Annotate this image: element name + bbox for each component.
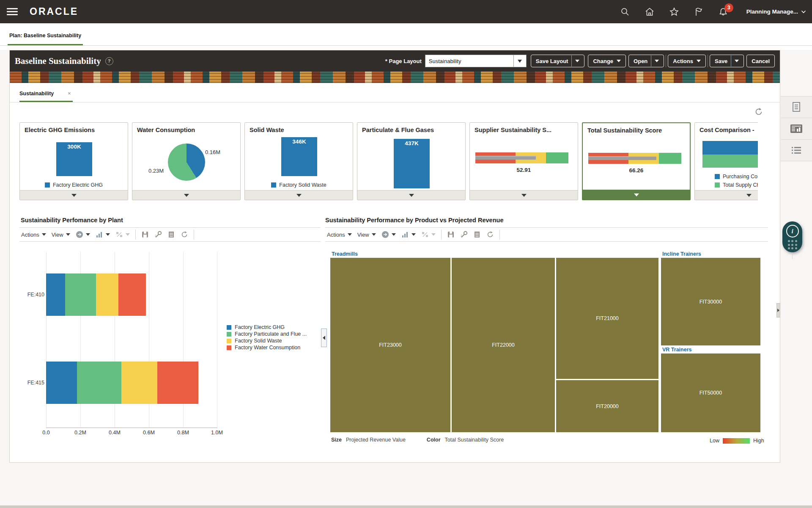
home-icon[interactable] <box>645 7 655 17</box>
go-button[interactable] <box>76 231 90 238</box>
tile-expand-button[interactable] <box>357 190 465 200</box>
tab-close-icon[interactable]: × <box>68 90 71 97</box>
tile-cost-comparison[interactable]: Cost Comparison - 423 Purchasing Cos Tot… <box>694 122 758 200</box>
open-button[interactable]: Open <box>628 55 664 67</box>
save-icon[interactable] <box>141 231 149 238</box>
tile-water-consumption[interactable]: Water Consumption 0.16M 0.23M <box>132 122 241 200</box>
tab-sustainability[interactable]: Sustainability <box>19 91 54 97</box>
favorites-star-icon[interactable] <box>669 7 679 17</box>
tile-particulate-flue-gases[interactable]: Particulate & Flue Gases 437K <box>357 122 466 200</box>
actions-button[interactable]: Actions <box>668 55 706 67</box>
table-view-icon[interactable] <box>473 231 481 238</box>
bar-segment-factory-solid-waste[interactable] <box>96 273 118 316</box>
tile-electric-ghg-emissions[interactable]: Electric GHG Emissions 300K Factory Elec… <box>19 122 128 200</box>
treemap-node-fit20000[interactable]: FIT20000 <box>556 380 658 432</box>
drag-handle-dots[interactable] <box>788 240 797 249</box>
x-tick: 0.6M <box>136 430 162 436</box>
save-icon[interactable] <box>447 231 455 238</box>
refresh-icon[interactable] <box>181 231 188 238</box>
treemap-color-scale: Low High <box>710 438 764 444</box>
refresh-icon[interactable] <box>486 231 494 238</box>
legend-swatch <box>715 174 720 179</box>
bar-segment-factory-water-consumption[interactable] <box>118 273 146 316</box>
treemap-group-vr-trainers[interactable]: VR Trainers <box>661 347 760 353</box>
treemap-node-fit21000[interactable]: FIT21000 <box>556 258 658 379</box>
actions-menu[interactable]: Actions <box>327 232 352 238</box>
page-layout-dropdown-button[interactable] <box>513 55 526 67</box>
flag-watchlist-icon[interactable] <box>694 7 704 17</box>
treemap-node-fit30000[interactable]: FIT30000 <box>661 258 760 345</box>
bar-segment-factory-particulate-and-flue-gases[interactable] <box>77 362 121 404</box>
view-menu[interactable]: View <box>52 232 70 238</box>
legend-swatch <box>271 182 276 188</box>
bar-segment-factory-electric-ghg[interactable] <box>46 362 77 404</box>
chart-layout-button[interactable] <box>401 231 416 238</box>
tile-collapse-button[interactable] <box>583 190 690 199</box>
legend-label: Factory Solid Waste <box>279 182 326 188</box>
legend-item: Factory Water Consumption <box>227 344 307 351</box>
view-menu[interactable]: View <box>357 232 376 238</box>
notifications-bell-icon[interactable]: 3 <box>718 7 728 17</box>
pie-label: 0.16M <box>205 149 220 155</box>
bar-electric-ghg[interactable]: 300K <box>56 142 92 176</box>
x-tick: 0.2M <box>68 430 93 436</box>
tile-expand-button[interactable] <box>470 190 578 200</box>
bar-segment-factory-water-consumption[interactable] <box>157 362 198 404</box>
collapse-panel-handle[interactable] <box>321 329 327 347</box>
change-button[interactable]: Change <box>588 55 626 67</box>
treemap-node-fit50000[interactable]: FIT50000 <box>661 353 760 432</box>
legend-label: Factory Particulate and Flue ... <box>235 331 307 337</box>
bar-total-supply-chain[interactable] <box>702 155 758 168</box>
plant-chart-legend: Factory Electric GHGFactory Particulate … <box>227 324 307 351</box>
tile-solid-waste[interactable]: Solid Waste 346K Factory Solid Waste <box>244 122 353 200</box>
water-consumption-pie[interactable] <box>168 144 205 181</box>
product-chart-title: Sustainability Performance by Product vs… <box>325 217 503 224</box>
tile-expand-button[interactable] <box>245 190 353 200</box>
treemap-footer: Size Projected Revenue Value Color Total… <box>331 437 504 443</box>
bar-particulate[interactable]: 437K <box>394 139 430 188</box>
save-layout-button[interactable]: Save Layout <box>531 55 585 67</box>
chart-layout-button[interactable] <box>96 231 110 238</box>
actions-menu[interactable]: Actions <box>21 232 46 238</box>
bar-segment-factory-electric-ghg[interactable] <box>46 273 65 316</box>
page-title: Baseline Sustainability <box>15 56 101 66</box>
page-layout-label: * Page Layout <box>385 58 422 64</box>
info-icon[interactable]: i <box>786 225 799 237</box>
search-icon[interactable] <box>620 7 630 17</box>
treemap-node-fit22000[interactable]: FIT22000 <box>452 258 555 432</box>
treemap-group-treadmills[interactable]: Treadmills <box>330 251 658 258</box>
save-button[interactable]: Save <box>710 55 744 67</box>
legend-swatch <box>715 182 720 188</box>
format-tools-icon[interactable] <box>460 231 468 238</box>
tile-total-sustainability-score[interactable]: Total Sustainability Score 66.26 <box>582 122 691 200</box>
documents-panel-icon[interactable] <box>781 96 812 118</box>
tile-supplier-sustainability-score[interactable]: Supplier Sustainability S... 52.91 <box>469 122 578 200</box>
tile-expand-button[interactable] <box>20 190 128 200</box>
cancel-button[interactable]: Cancel <box>746 55 775 67</box>
bar-segment-factory-particulate-and-flue-gases[interactable] <box>65 273 96 316</box>
page-composer-pill[interactable]: i <box>782 221 802 252</box>
format-tools-icon[interactable] <box>154 231 162 238</box>
list-panel-icon[interactable] <box>781 140 812 161</box>
horizontal-scrollbar[interactable] <box>0 505 812 508</box>
page-layout-select[interactable]: Sustainability <box>425 55 527 67</box>
hamburger-menu-icon[interactable] <box>7 6 18 17</box>
treemap-group-incline-trainers[interactable]: Incline Trainers <box>661 251 760 258</box>
reset-infotiles-icon[interactable] <box>754 107 763 116</box>
bar-solid-waste[interactable]: 346K <box>281 137 317 176</box>
treemap-node-label: FIT21000 <box>596 315 619 321</box>
bar-purchasing-cost[interactable]: 423 <box>702 141 758 155</box>
plan-tab[interactable]: Plan: Baseline Sustainability <box>9 33 81 39</box>
go-button[interactable] <box>381 231 396 238</box>
bar-segment-factory-solid-waste[interactable] <box>121 362 157 404</box>
expand-side-handle[interactable] <box>776 303 780 318</box>
treemap-node-fit23000[interactable]: FIT23000 <box>330 258 450 432</box>
help-icon[interactable]: ? <box>105 57 113 65</box>
infotiles-panel-icon[interactable] <box>781 118 812 140</box>
table-view-icon[interactable] <box>167 231 175 238</box>
user-menu[interactable]: Planning Manage... <box>746 8 806 15</box>
legend-swatch <box>227 332 231 337</box>
tile-expand-button[interactable] <box>132 190 240 200</box>
tile-expand-button[interactable] <box>695 190 758 200</box>
compare-button-disabled <box>115 231 130 238</box>
